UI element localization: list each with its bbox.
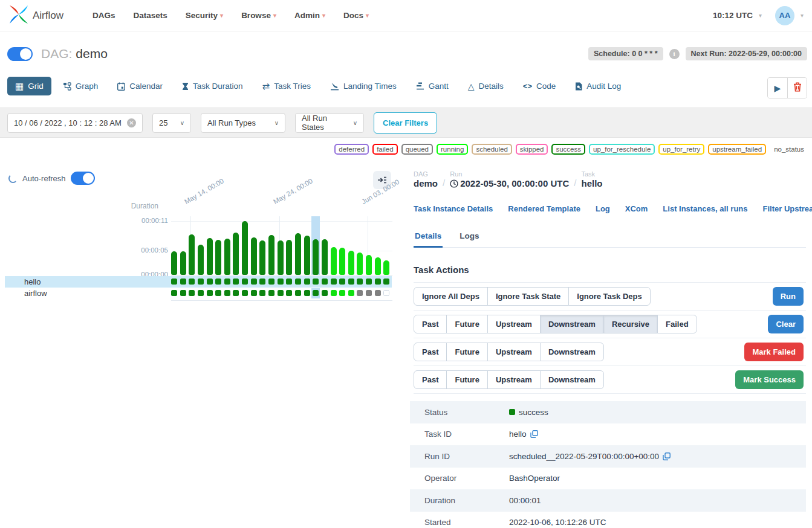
task-instance-success[interactable] — [251, 290, 257, 296]
option-future[interactable]: Future — [446, 343, 487, 361]
run-states-select[interactable]: All Run States ∨ — [295, 113, 364, 133]
num-runs-select[interactable]: 25 ∨ — [152, 113, 191, 133]
run-bar[interactable] — [322, 239, 328, 275]
run-types-select[interactable]: All Run Types ∨ — [201, 113, 285, 133]
delete-dag-button[interactable] — [787, 78, 807, 98]
task-instance-queued[interactable] — [366, 290, 372, 296]
task-instance-success[interactable] — [207, 290, 213, 296]
task-instance-success[interactable] — [286, 290, 292, 296]
tab-graph[interactable]: Graph — [55, 77, 106, 95]
option-ignore-task-deps[interactable]: Ignore Task Deps — [568, 287, 650, 306]
run-bar[interactable] — [348, 251, 354, 275]
mark-failed-button[interactable]: Mark Failed — [744, 343, 804, 361]
link-list-instances-all-runs[interactable]: List Instances, all runs — [663, 204, 747, 213]
task-instance-success[interactable] — [242, 278, 248, 285]
run-bar[interactable] — [171, 251, 177, 275]
run-bar[interactable] — [295, 233, 301, 275]
clear-date-icon[interactable]: ✕ — [127, 118, 136, 127]
task-instance-success[interactable] — [233, 278, 239, 285]
tab-details[interactable]: △Details — [460, 77, 512, 95]
task-instance-success[interactable] — [286, 278, 292, 285]
run-bar[interactable] — [180, 251, 186, 275]
user-avatar[interactable]: AA — [775, 6, 794, 25]
task-instance-success[interactable] — [189, 278, 195, 285]
task-instance-queued[interactable] — [357, 290, 363, 296]
option-recursive[interactable]: Recursive — [603, 315, 658, 333]
task-instance-success[interactable] — [375, 278, 381, 285]
tab-landing-times[interactable]: Landing Times — [322, 77, 404, 95]
run-bar[interactable] — [357, 253, 363, 275]
option-ignore-task-state[interactable]: Ignore Task State — [487, 287, 569, 306]
option-past[interactable]: Past — [414, 370, 447, 389]
trigger-dag-button[interactable]: ▶ — [768, 78, 787, 98]
crumb-task-value[interactable]: hello — [581, 178, 602, 188]
option-past[interactable]: Past — [414, 343, 447, 361]
run-bar[interactable] — [259, 240, 265, 275]
run-bar[interactable] — [233, 233, 239, 275]
run-bar[interactable] — [304, 236, 310, 275]
task-instance-success[interactable] — [198, 290, 204, 296]
run-bar[interactable] — [366, 255, 372, 275]
task-instance-success[interactable] — [383, 278, 389, 285]
clear-filters-button[interactable]: Clear Filters — [374, 112, 437, 134]
tab-task-tries[interactable]: ⇄Task Tries — [255, 77, 319, 95]
task-instance-success[interactable] — [357, 278, 363, 285]
task-instance-running[interactable] — [331, 290, 337, 296]
task-instance-success[interactable] — [295, 290, 301, 296]
option-future[interactable]: Future — [446, 315, 487, 333]
run-bar[interactable] — [251, 237, 257, 275]
task-instance-success[interactable] — [233, 290, 239, 296]
task-instance-success[interactable] — [242, 290, 248, 296]
task-instance-success[interactable] — [207, 278, 213, 285]
run-bar[interactable] — [313, 239, 319, 275]
task-instance-running[interactable] — [348, 290, 354, 296]
utc-clock[interactable]: 10:12 UTC — [713, 11, 753, 20]
task-instance-success[interactable] — [251, 278, 257, 285]
run-bar[interactable] — [198, 245, 204, 275]
run-bar[interactable] — [215, 240, 221, 275]
task-instance-success[interactable] — [304, 290, 310, 296]
link-filter-upstream[interactable]: Filter Upstream — [763, 204, 812, 213]
task-instance-success[interactable] — [198, 278, 204, 285]
task-instance-success[interactable] — [322, 278, 328, 285]
nav-item-datasets[interactable]: Datasets — [134, 11, 167, 20]
run-bar[interactable] — [242, 221, 248, 275]
run-bar[interactable] — [383, 260, 389, 275]
task-instance-running[interactable] — [339, 290, 345, 296]
panel-tab-details[interactable]: Details — [414, 228, 443, 248]
task-instance-success[interactable] — [366, 278, 372, 285]
nav-item-browse[interactable]: Browse▾ — [241, 11, 276, 20]
run-bar[interactable] — [375, 257, 381, 275]
task-instance-success[interactable] — [171, 278, 177, 285]
task-instance-success[interactable] — [268, 278, 274, 285]
nav-item-docs[interactable]: Docs▾ — [343, 11, 369, 20]
crumb-dag-value[interactable]: demo — [414, 178, 438, 188]
tab-code[interactable]: <>Code — [515, 77, 564, 95]
run-bar[interactable] — [207, 238, 213, 275]
crumb-run-value[interactable]: 2022-05-30, 00:00:00 UTC — [450, 178, 569, 188]
run-bar[interactable] — [189, 234, 195, 275]
dag-pause-toggle[interactable] — [7, 47, 33, 61]
auto-refresh-toggle[interactable] — [71, 172, 95, 185]
task-instance-success[interactable] — [189, 290, 195, 296]
task-instance-success[interactable] — [268, 290, 274, 296]
option-failed[interactable]: Failed — [657, 315, 697, 333]
task-instance-success[interactable] — [278, 290, 284, 296]
tab-calendar[interactable]: Calendar — [109, 77, 171, 95]
run-bar[interactable] — [268, 235, 274, 275]
task-instance-success[interactable] — [322, 290, 328, 296]
task-row-airflow[interactable]: airflow — [0, 288, 398, 298]
task-instance-no_status[interactable] — [383, 290, 389, 296]
option-past[interactable]: Past — [414, 315, 447, 333]
task-instance-success[interactable] — [171, 290, 177, 296]
run-button[interactable]: Run — [773, 287, 804, 306]
tab-grid[interactable]: ▦Grid — [7, 77, 51, 95]
option-future[interactable]: Future — [446, 370, 487, 389]
task-instance-success[interactable] — [304, 278, 310, 285]
nav-item-admin[interactable]: Admin▾ — [294, 11, 325, 20]
copy-icon[interactable] — [530, 430, 538, 438]
nav-item-security[interactable]: Security▾ — [186, 11, 223, 20]
run-bar[interactable] — [278, 240, 284, 275]
link-task-instance-details[interactable]: Task Instance Details — [414, 204, 493, 213]
task-instance-success[interactable] — [180, 290, 186, 296]
